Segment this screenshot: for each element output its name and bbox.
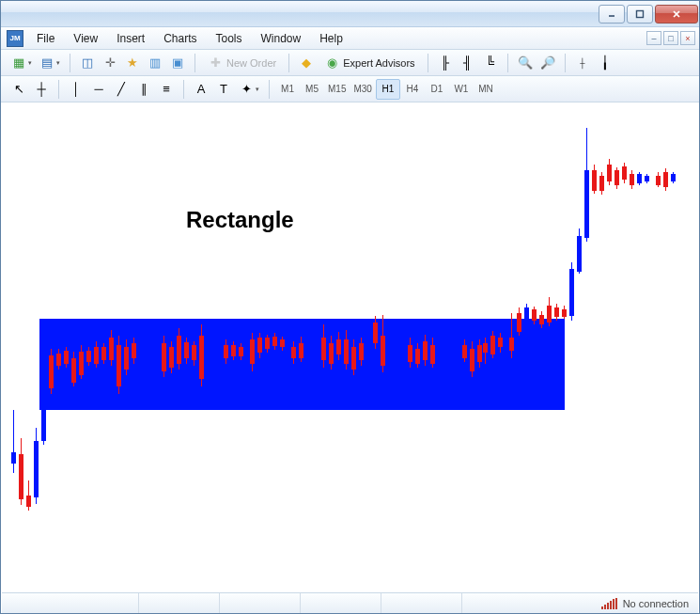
statusbar-cell-0 bbox=[2, 593, 139, 613]
statusbar-cell-1 bbox=[139, 593, 220, 613]
bar-chart-button[interactable]: ⟊ bbox=[571, 53, 594, 73]
mdi-controls: – □ × bbox=[646, 31, 699, 45]
vline-icon: │ bbox=[69, 82, 84, 97]
window-controls bbox=[597, 5, 698, 24]
maximize-button[interactable] bbox=[627, 5, 653, 24]
crosshair-icon: ┼ bbox=[34, 82, 49, 97]
timeframe-m30[interactable]: M30 bbox=[350, 79, 375, 100]
new-order-label: New Order bbox=[226, 57, 276, 69]
navigator-icon: ✛ bbox=[102, 55, 117, 71]
data-window-button[interactable]: ★ bbox=[121, 53, 144, 73]
zoom-out-button[interactable]: 🔎 bbox=[537, 53, 559, 73]
timeframe-m5[interactable]: M5 bbox=[300, 79, 324, 100]
new-chart-button[interactable]: ▦▾ bbox=[8, 53, 36, 73]
svg-rect-1 bbox=[637, 10, 644, 17]
connection-label: No connection bbox=[623, 598, 689, 609]
signal-icon bbox=[601, 598, 617, 609]
profiles-button[interactable]: ▤▾ bbox=[36, 53, 64, 73]
app-window: JM FileViewInsertChartsToolsWindowHelp –… bbox=[0, 0, 700, 614]
menu-tools[interactable]: Tools bbox=[207, 29, 252, 48]
close-button[interactable] bbox=[655, 5, 698, 24]
cursor-button[interactable]: ↖ bbox=[8, 79, 30, 100]
menu-charts[interactable]: Charts bbox=[154, 29, 206, 48]
statusbar-cell-3 bbox=[301, 593, 381, 613]
zoom-in-button[interactable]: 🔍 bbox=[514, 53, 537, 73]
order-icon: ✚ bbox=[208, 55, 223, 71]
expert-advisors-label: Expert Advisors bbox=[343, 57, 414, 69]
toolbar-main: ▦▾ ▤▾ ◫ ✛ ★ ▥ ▣ ✚New Order ◆ ◉Expert Adv… bbox=[1, 50, 699, 76]
menu-help[interactable]: Help bbox=[310, 29, 352, 48]
terminal-button[interactable]: ▥ bbox=[144, 53, 166, 73]
statusbar: No connection bbox=[2, 592, 698, 613]
connection-status: No connection bbox=[592, 598, 698, 609]
timeframe-mn[interactable]: MN bbox=[474, 79, 498, 100]
candle-icon: ╽ bbox=[598, 55, 613, 71]
text-icon: A bbox=[194, 82, 209, 97]
app-icon: JM bbox=[7, 30, 23, 47]
templates-button[interactable]: ╚ bbox=[479, 53, 502, 73]
toolbar-drawing: ↖ ┼ │ ─ ╱ ∥ ≡ A T ✦▾ M1M5M15M30H1H4D1W1M… bbox=[1, 76, 699, 102]
channel-button[interactable]: ∥ bbox=[132, 79, 155, 100]
chart[interactable]: Rectangle bbox=[2, 104, 698, 590]
new-order-button: ✚New Order bbox=[201, 53, 283, 73]
menu-view[interactable]: View bbox=[64, 29, 107, 48]
timeframe-m15[interactable]: M15 bbox=[324, 79, 350, 100]
navigator-button[interactable]: ✛ bbox=[99, 53, 121, 73]
menubar: JM FileViewInsertChartsToolsWindowHelp –… bbox=[1, 27, 699, 50]
fibonacci-icon: ≡ bbox=[159, 82, 174, 97]
expert-advisors-button[interactable]: ◉Expert Advisors bbox=[318, 53, 421, 73]
menu-window[interactable]: Window bbox=[252, 29, 311, 48]
statusbar-cell-4 bbox=[381, 593, 462, 613]
timeframe-w1[interactable]: W1 bbox=[449, 79, 474, 100]
cursor-icon: ↖ bbox=[11, 82, 26, 97]
trendline-icon: ╱ bbox=[114, 82, 129, 97]
periodicity-icon: ╢ bbox=[460, 55, 475, 71]
terminal-icon: ▥ bbox=[148, 55, 163, 71]
minimize-button[interactable] bbox=[599, 5, 625, 24]
strategy-tester-button[interactable]: ▣ bbox=[166, 53, 189, 73]
template-icon: ╚ bbox=[483, 55, 498, 71]
text-label-button[interactable]: T bbox=[212, 79, 235, 100]
tester-icon: ▣ bbox=[170, 55, 185, 71]
periodicity-button[interactable]: ╢ bbox=[457, 53, 479, 73]
hline-icon: ─ bbox=[91, 82, 106, 97]
mdi-minimize-button[interactable]: – bbox=[646, 31, 661, 45]
candle-chart-button[interactable]: ╽ bbox=[594, 53, 616, 73]
timeframe-d1[interactable]: D1 bbox=[425, 79, 449, 100]
market-watch-button[interactable]: ◫ bbox=[76, 53, 99, 73]
indicator-icon: ╟ bbox=[438, 55, 453, 71]
new-chart-icon: ▦ bbox=[11, 55, 26, 71]
market-watch-icon: ◫ bbox=[80, 55, 95, 71]
expert-icon: ◉ bbox=[324, 55, 339, 71]
statusbar-cell-2 bbox=[220, 593, 301, 613]
timeframe-m1[interactable]: M1 bbox=[275, 79, 300, 100]
zoom-in-icon: 🔍 bbox=[518, 55, 533, 71]
vertical-line-button[interactable]: │ bbox=[65, 79, 87, 100]
meta-icon: ◆ bbox=[299, 55, 314, 71]
channel-icon: ∥ bbox=[136, 82, 151, 97]
trendline-button[interactable]: ╱ bbox=[110, 79, 132, 100]
text-label-icon: T bbox=[216, 82, 231, 97]
profiles-icon: ▤ bbox=[39, 55, 54, 71]
titlebar bbox=[1, 1, 699, 27]
timeframe-h1[interactable]: H1 bbox=[376, 79, 400, 100]
star-icon: ★ bbox=[125, 55, 140, 71]
shapes-icon: ✦ bbox=[239, 82, 254, 97]
text-button[interactable]: A bbox=[190, 79, 212, 100]
indicator-list-button[interactable]: ╟ bbox=[434, 53, 457, 73]
chart-annotation: Rectangle bbox=[186, 207, 294, 233]
meta-button[interactable]: ◆ bbox=[295, 53, 318, 73]
fibonacci-button[interactable]: ≡ bbox=[155, 79, 178, 100]
bar-icon: ⟊ bbox=[575, 55, 590, 71]
mdi-close-button[interactable]: × bbox=[680, 31, 695, 45]
horizontal-line-button[interactable]: ─ bbox=[87, 79, 110, 100]
mdi-restore-button[interactable]: □ bbox=[663, 31, 678, 45]
zoom-out-icon: 🔎 bbox=[540, 55, 555, 71]
shapes-button[interactable]: ✦▾ bbox=[235, 79, 263, 100]
menu-file[interactable]: File bbox=[27, 29, 64, 48]
crosshair-button[interactable]: ┼ bbox=[30, 79, 53, 100]
menu-insert[interactable]: Insert bbox=[107, 29, 154, 48]
timeframe-h4[interactable]: H4 bbox=[400, 79, 425, 100]
